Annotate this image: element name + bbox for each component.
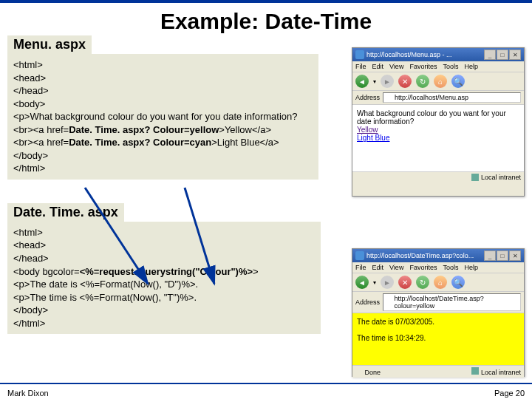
window-title: http://localhost/Menu.asp - ...: [366, 51, 452, 58]
address-input[interactable]: http://localhost/DateTime.asp?colour=yel…: [383, 293, 521, 311]
code-line: <html>: [13, 58, 313, 72]
code-line: <br><a href=Date. Time. aspx? Colour=yel…: [13, 123, 313, 137]
code-line: </html>: [13, 317, 315, 330]
forward-icon[interactable]: ►: [381, 276, 394, 289]
back-dropdown-icon[interactable]: ▾: [373, 279, 376, 286]
code-block-2: <html> <head> </head> <body bgcolor=<%=r…: [7, 222, 321, 334]
zone-icon: [471, 174, 479, 181]
code-line: </head>: [13, 84, 313, 98]
address-label: Address: [355, 299, 380, 306]
window-title: http://localhost/DateTime.asp?colo...: [366, 252, 474, 259]
section2-label: Date. Time. aspx: [7, 203, 124, 222]
back-icon[interactable]: ◄: [355, 276, 369, 289]
status-text: Local intranet: [481, 369, 521, 376]
content-text: The date is 07/03/2005.: [357, 318, 519, 326]
code-line: <p>What background colour do you want fo…: [13, 110, 313, 123]
stop-icon[interactable]: ✕: [398, 276, 412, 289]
minimize-button[interactable]: _: [484, 50, 496, 60]
menu-file[interactable]: File: [355, 264, 366, 271]
toolbar: ◄ ▾ ► ✕ ↻ ⌂ 🔍: [352, 273, 524, 292]
browser-window-datetime: http://localhost/DateTime.asp?colo... _ …: [352, 248, 525, 377]
code-line: <body>: [13, 98, 313, 111]
statusbar: Local intranet: [352, 171, 524, 183]
code-line: <head>: [13, 72, 313, 85]
section1-label: Menu. aspx: [7, 35, 92, 54]
menu-help[interactable]: Help: [464, 264, 478, 271]
code-line: <body bgcolor=<%=request. querystring("C…: [13, 265, 315, 279]
menubar: File Edit View Favorites Tools Help: [352, 61, 524, 72]
search-icon[interactable]: 🔍: [451, 75, 465, 88]
status-text: Done: [365, 369, 381, 376]
status-text: Local intranet: [481, 174, 521, 181]
footer-author: Mark Dixon: [7, 389, 49, 398]
close-button[interactable]: ✕: [509, 50, 521, 60]
page-content: The date is 07/03/2005. The time is 10:3…: [352, 313, 524, 365]
statusbar: Done Local intranet: [352, 365, 524, 378]
code-line: </body>: [13, 304, 315, 317]
titlebar: http://localhost/Menu.asp - ... _ □ ✕: [352, 48, 524, 61]
code-line: </head>: [13, 252, 315, 265]
toolbar: ◄ ▾ ► ✕ ↻ ⌂ 🔍: [352, 72, 524, 91]
forward-icon[interactable]: ►: [381, 75, 394, 88]
menubar: File Edit View Favorites Tools Help: [352, 262, 524, 273]
menu-help[interactable]: Help: [464, 63, 478, 70]
menu-view[interactable]: View: [389, 264, 403, 271]
footer-page: Page 20: [494, 389, 525, 398]
address-label: Address: [355, 94, 380, 101]
ie-icon: [355, 251, 364, 260]
back-dropdown-icon[interactable]: ▾: [373, 78, 376, 85]
browser-window-menu: http://localhost/Menu.asp - ... _ □ ✕ Fi…: [352, 47, 525, 197]
code-line: <br><a href=Date. Time. aspx? Colour=cya…: [13, 136, 313, 149]
menu-view[interactable]: View: [389, 63, 403, 70]
page-content: What background colour do you want for y…: [352, 105, 524, 171]
menu-favorites[interactable]: Favorites: [409, 63, 437, 70]
content-text: What background colour do you want for y…: [357, 109, 519, 126]
divider: [0, 383, 532, 384]
close-button[interactable]: ✕: [509, 250, 521, 261]
menu-favorites[interactable]: Favorites: [409, 264, 437, 271]
address-bar: Address http://localhost/DateTime.asp?co…: [352, 292, 524, 313]
code-line: <html>: [13, 226, 315, 239]
menu-tools[interactable]: Tools: [443, 63, 458, 70]
refresh-icon[interactable]: ↻: [416, 276, 429, 289]
link-yellow[interactable]: Yellow: [357, 126, 378, 134]
done-icon: [355, 367, 363, 375]
menu-edit[interactable]: Edit: [372, 63, 384, 70]
maximize-button[interactable]: □: [497, 250, 508, 261]
refresh-icon[interactable]: ↻: [416, 75, 429, 88]
code-line: </html>: [13, 162, 313, 175]
back-icon[interactable]: ◄: [355, 75, 369, 88]
ie-icon: [355, 50, 364, 59]
code-line: <head>: [13, 239, 315, 252]
slide-title: Example: Date-Time: [0, 9, 532, 34]
content-text: The time is 10:34:29.: [357, 334, 519, 342]
menu-tools[interactable]: Tools: [443, 264, 458, 271]
search-icon[interactable]: 🔍: [451, 276, 465, 289]
home-icon[interactable]: ⌂: [434, 75, 447, 88]
menu-edit[interactable]: Edit: [372, 264, 384, 271]
maximize-button[interactable]: □: [497, 50, 508, 60]
code-line: </body>: [13, 149, 313, 163]
code-block-1: <html> <head> </head> <body> <p>What bac…: [7, 54, 318, 180]
stop-icon[interactable]: ✕: [398, 75, 412, 88]
address-input[interactable]: http://localhost/Menu.asp: [383, 92, 521, 103]
address-bar: Address http://localhost/Menu.asp: [352, 91, 524, 105]
menu-file[interactable]: File: [355, 63, 366, 70]
titlebar: http://localhost/DateTime.asp?colo... _ …: [352, 249, 524, 262]
code-line: <p>The date is <%=Format(Now(), "D")%>.: [13, 278, 315, 291]
minimize-button[interactable]: _: [484, 250, 496, 261]
link-lightblue[interactable]: Light Blue: [357, 134, 389, 142]
code-line: <p>The time is <%=Format(Now(), "T")%>.: [13, 291, 315, 304]
zone-icon: [471, 367, 479, 375]
home-icon[interactable]: ⌂: [434, 276, 447, 289]
